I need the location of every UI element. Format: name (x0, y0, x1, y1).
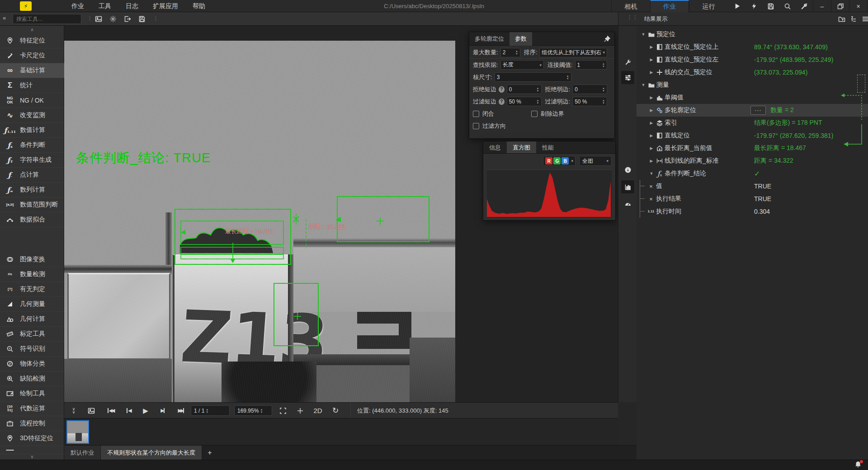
help-icon[interactable]: ? (499, 99, 505, 105)
sidebar-item-条件判断[interactable]: ƒx条件判断 (0, 138, 64, 153)
roi-rect-bottom[interactable] (274, 283, 318, 346)
sidebar-item-卡尺定位[interactable]: 卡尺定位 (0, 48, 64, 63)
collapse-toolbar-icon[interactable]: ∨∨ (68, 403, 80, 418)
sidebar-item-几何测量[interactable]: 几何测量 (0, 297, 64, 312)
job-tab-不规则形状在某个方向的最大长度[interactable]: 不规则形状在某个方向的最大长度 (101, 446, 202, 460)
gauge-icon[interactable] (621, 197, 634, 211)
fit-screen-icon[interactable] (277, 403, 289, 418)
chevron-collapsed-icon[interactable]: ▶ (648, 108, 655, 113)
sidebar-item-特征定位[interactable]: 特征定位 (0, 33, 64, 48)
sidebar-item-字符串生成[interactable]: ƒT字符串生成 (0, 153, 64, 168)
wrench-icon[interactable] (621, 56, 634, 69)
histogram-tab-信息[interactable]: 信息 (483, 141, 507, 153)
chevron-expanded-icon[interactable]: ▼ (648, 171, 655, 176)
snapshot-icon[interactable] (85, 403, 98, 418)
histogram-tab-性能[interactable]: 性能 (536, 141, 560, 153)
spinner-arrows[interactable]: ▲▼ (537, 87, 539, 92)
menu-扩展应用[interactable]: 扩展应用 (146, 0, 185, 12)
save-icon[interactable] (136, 13, 148, 25)
mode-tab-作业[interactable]: 作业 (650, 0, 689, 12)
sidebar-item-数列计算[interactable]: ƒ≡数列计算 (0, 183, 64, 197)
menu-日志[interactable]: 日志 (118, 0, 146, 12)
prev-frame-icon[interactable]: ◀ (122, 403, 135, 418)
play-button[interactable]: ▶ (139, 403, 152, 418)
checkbox-box[interactable] (473, 123, 479, 129)
sidebar-item-数据拟合[interactable]: 数据拟合 (0, 212, 64, 227)
param-field-查找依据[interactable]: 长度▾ (500, 60, 544, 70)
param-field-拒绝短边[interactable]: 0▲▼ (507, 85, 542, 94)
sidebar-item-流程控制[interactable]: 流程控制 (0, 416, 64, 431)
save-all-icon[interactable] (762, 0, 779, 12)
tree-row-直线定位_预定位左[interactable]: ▶直线定位_预定位左-179.92° (483.985, 225.249) (637, 53, 868, 66)
spinner-arrows[interactable]: ▲▼ (537, 99, 539, 104)
param-field-排序[interactable]: 组优先从上到下从左到右▾ (539, 48, 607, 57)
chevron-expanded-icon[interactable]: ▼ (640, 32, 646, 37)
chevron-collapsed-icon[interactable]: ▶ (648, 95, 655, 100)
spinner-arrows[interactable]: ▲▼ (515, 50, 518, 55)
sidebar-item-partial[interactable]: — (0, 446, 64, 454)
run-icon[interactable] (729, 0, 745, 12)
tab-tool-name[interactable]: 多轮廓定位 (469, 32, 509, 46)
search-icon[interactable] (779, 0, 796, 12)
sidebar-item-点计算[interactable]: ƒ·点计算 (0, 168, 64, 183)
sidebar-item-物体分类[interactable]: 物体分类 (0, 357, 64, 371)
collapse-sidebar-icon[interactable]: « (3, 14, 6, 21)
search-input[interactable] (13, 14, 81, 24)
job-tab-默认作业[interactable]: 默认作业 (64, 446, 101, 460)
sidebar-item-数值计算[interactable]: ƒ1.11数值计算 (0, 123, 64, 138)
chevron-collapsed-icon[interactable]: ▶ (648, 45, 655, 49)
tree-row-线的交点_预定位[interactable]: ▶线的交点_预定位(373.073, 225.094) (637, 66, 868, 79)
center-crosshair-icon[interactable] (294, 403, 307, 418)
sliders-icon[interactable] (621, 71, 634, 84)
chevron-collapsed-icon[interactable]: ▶ (648, 146, 655, 150)
spinner-arrows[interactable]: ▲▼ (602, 99, 605, 104)
menu-工具[interactable]: 工具 (91, 0, 118, 12)
sidebar-scroll-up-icon[interactable]: ∧ (0, 27, 64, 32)
sidebar-item-NG / OK[interactable]: NGOKNG / OK (0, 93, 64, 108)
sidebar-item-缺陷检测[interactable]: 缺陷检测 (0, 371, 64, 386)
checkbox-闭合[interactable]: 闭合 (473, 110, 494, 118)
loop-icon[interactable]: ↻ (329, 403, 342, 418)
first-frame-icon[interactable]: ◀◀ (104, 403, 117, 418)
tree-row-值[interactable]: ×值TRUE (637, 180, 868, 193)
frame-counter[interactable]: 1 / 1▲▼ (191, 405, 230, 416)
checkbox-box[interactable] (473, 111, 479, 117)
image-capture-icon[interactable] (93, 13, 104, 25)
param-field-拒绝弱边[interactable]: 0▲▼ (572, 85, 607, 94)
sidebar-item-有无判定[interactable]: [?]有无判定 (0, 282, 64, 297)
param-field-连接阈值[interactable]: 1▲▼ (575, 60, 607, 70)
sidebar-item-代数运算[interactable]: [1001]代数运算 (0, 401, 64, 416)
checkbox-剔除边界[interactable]: 剔除边界 (531, 110, 564, 118)
minimize-button[interactable]: – (813, 0, 831, 12)
param-field-过滤弱边[interactable]: 50 %▲▼ (572, 97, 607, 106)
sidebar-item-数量检测[interactable]: #n数量检测 (0, 267, 64, 282)
checkbox-过滤方向[interactable]: 过滤方向 (473, 122, 506, 130)
tree-row-多轮廓定位[interactable]: ▶多轮廓定位···数量 = 2 (637, 104, 868, 117)
menu-帮助[interactable]: 帮助 (185, 0, 212, 12)
mode-tab-运行[interactable]: 运行 (689, 0, 728, 12)
sidebar-item-基础计算[interactable]: ∞基础计算 (0, 63, 64, 78)
sidebar-scroll-down-icon[interactable]: ∨ (0, 454, 64, 459)
mode-tab-相机[interactable]: 相机 (611, 0, 650, 12)
add-job-tab-button[interactable]: + (202, 446, 217, 460)
tree-row-索引[interactable]: ▶索引结果(多边形) = 178 PNT (637, 117, 868, 129)
sidebar-item-符号识别[interactable]: 符号识别 (0, 342, 64, 357)
add-folder-icon[interactable] (837, 14, 846, 24)
scope-select[interactable]: 全图▾ (579, 156, 612, 166)
sidebar-item-标定工具[interactable]: 标定工具 (0, 327, 64, 342)
rgb-channel-select[interactable]: RGB▾ (543, 156, 576, 166)
tree-row-最长距离_当前值[interactable]: ▶最长距离_当前值最长距离 = 18.467 (637, 142, 868, 155)
tree-row-线到线的距离_标准[interactable]: ▶线到线的距离_标准距离 = 34.322 (637, 155, 868, 167)
spinner-arrows[interactable]: ▲▼ (602, 62, 605, 68)
spinner-arrows[interactable]: ▲▼ (602, 87, 605, 92)
sidebar-item-3D特征定位[interactable]: 3D特征定位 (0, 431, 64, 446)
panel-handle-icon[interactable]: ⋮ (632, 14, 638, 21)
last-frame-icon[interactable]: ▶▶ (175, 403, 188, 418)
image-viewer[interactable]: Z13 (64, 26, 618, 402)
channel-chip-R[interactable]: R (545, 157, 552, 164)
pin-panel-icon[interactable] (604, 35, 611, 42)
close-button[interactable]: × (849, 0, 868, 12)
export-icon[interactable] (122, 13, 133, 25)
sidebar-item-数值范围判断[interactable]: [a,b]数值范围判断 (0, 197, 64, 212)
chevron-collapsed-icon[interactable]: ▶ (648, 57, 655, 62)
